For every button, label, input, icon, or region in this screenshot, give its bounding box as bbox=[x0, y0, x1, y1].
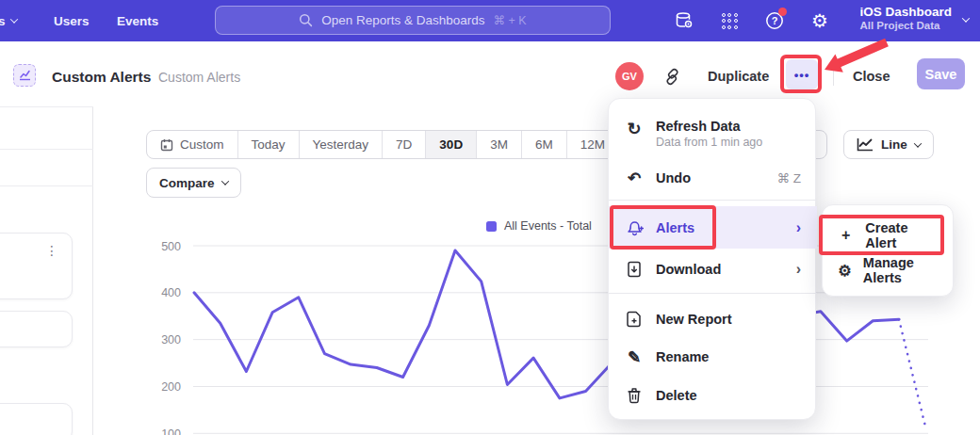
search-icon bbox=[299, 13, 313, 27]
project-scope: All Project Data bbox=[859, 20, 952, 31]
help-icon[interactable]: ? bbox=[764, 10, 785, 31]
app-root: 500400300200100 All Events - Total Custo… bbox=[0, 0, 980, 435]
gear-icon: ⚙ bbox=[838, 262, 852, 280]
line-chart-icon bbox=[857, 137, 874, 152]
avatar[interactable]: GV bbox=[615, 62, 644, 90]
header-divider bbox=[833, 64, 834, 86]
date-range-30d-selected[interactable]: 30D bbox=[425, 131, 476, 158]
notification-dot bbox=[778, 8, 787, 16]
chevron-down-icon bbox=[914, 139, 922, 147]
data-management-icon[interactable] bbox=[674, 10, 694, 31]
date-range-7d[interactable]: 7D bbox=[382, 131, 425, 158]
chart-type-button[interactable]: Line bbox=[843, 130, 934, 159]
search-placeholder: Open Reports & Dashboards bbox=[321, 13, 484, 27]
chevron-down-icon bbox=[962, 14, 970, 22]
nav-item-events[interactable]: Events bbox=[117, 0, 158, 41]
y-axis-tick: 300 bbox=[161, 333, 181, 346]
nav-item-users[interactable]: Users bbox=[54, 0, 90, 41]
report-card[interactable]: ⋮ bbox=[0, 233, 73, 299]
settings-gear-icon[interactable]: ⚙ bbox=[809, 10, 830, 31]
date-range-6m[interactable]: 6M bbox=[521, 131, 566, 158]
series-projected-line bbox=[899, 319, 925, 427]
chart-badge-icon bbox=[19, 70, 31, 81]
report-card[interactable] bbox=[0, 403, 73, 435]
menu-divider bbox=[609, 200, 817, 201]
date-range-custom[interactable]: Custom bbox=[147, 131, 237, 158]
svg-text:?: ? bbox=[772, 15, 778, 26]
sidebar-row-divider bbox=[0, 185, 93, 186]
legend-swatch bbox=[486, 221, 497, 232]
refresh-subtext: Data from 1 min ago bbox=[656, 136, 762, 149]
project-switcher[interactable]: iOS Dashboard All Project Data bbox=[859, 5, 952, 31]
sidebar-row-divider bbox=[0, 106, 93, 107]
plus-icon: + bbox=[838, 227, 854, 244]
chart-legend: All Events - Total bbox=[486, 219, 592, 233]
copy-link-icon[interactable] bbox=[663, 68, 681, 86]
menu-item-download[interactable]: Download › bbox=[609, 249, 817, 290]
save-button[interactable]: Save bbox=[917, 58, 965, 89]
more-actions-menu: ↻ Refresh Data Data from 1 min ago ↶ Und… bbox=[608, 98, 816, 420]
search-input[interactable]: Open Reports & Dashboards ⌘ + K bbox=[215, 6, 611, 35]
nav-item-partial[interactable]: s bbox=[0, 0, 17, 41]
menu-item-rename[interactable]: ✎ Rename bbox=[609, 338, 817, 376]
breadcrumb: Custom Alerts bbox=[158, 70, 240, 85]
sidebar: ⋮ bbox=[0, 99, 93, 435]
undo-shortcut: ⌘ Z bbox=[777, 170, 802, 185]
menu-divider bbox=[609, 293, 817, 294]
menu-item-alerts[interactable]: Alerts › bbox=[609, 206, 817, 249]
trash-icon bbox=[625, 387, 644, 404]
y-axis-tick: 400 bbox=[161, 286, 181, 299]
menu-item-refresh-data[interactable]: ↻ Refresh Data Data from 1 min ago bbox=[609, 108, 817, 159]
legend-label: All Events - Total bbox=[504, 219, 592, 233]
more-actions-button[interactable]: ••• bbox=[786, 59, 818, 89]
report-type-badge bbox=[13, 64, 36, 87]
bell-plus-icon bbox=[625, 219, 644, 236]
chevron-down-icon bbox=[220, 177, 228, 185]
download-icon bbox=[625, 261, 644, 278]
y-axis-tick: 100 bbox=[161, 427, 181, 435]
date-range-label: Custom bbox=[180, 137, 224, 152]
kebab-menu-icon[interactable]: ⋮ bbox=[45, 243, 58, 258]
menu-item-undo[interactable]: ↶ Undo ⌘ Z bbox=[609, 159, 817, 197]
date-range-3m[interactable]: 3M bbox=[476, 131, 521, 158]
sidebar-row-divider bbox=[0, 149, 93, 150]
y-axis-tick: 500 bbox=[161, 240, 181, 253]
compare-button[interactable]: Compare bbox=[146, 168, 241, 198]
chevron-down-icon bbox=[9, 15, 17, 23]
submenu-arrow-icon: › bbox=[796, 261, 801, 278]
report-header: Custom Alerts Custom Alerts GV Duplicate… bbox=[0, 41, 980, 99]
new-report-icon bbox=[625, 311, 644, 328]
submenu-item-create-alert[interactable]: + Create Alert bbox=[823, 218, 955, 253]
date-range-today[interactable]: Today bbox=[237, 131, 299, 158]
calendar-icon bbox=[160, 138, 173, 152]
duplicate-button[interactable]: Duplicate bbox=[708, 69, 769, 84]
pencil-icon: ✎ bbox=[625, 347, 644, 367]
close-button[interactable]: Close bbox=[853, 69, 890, 84]
undo-icon: ↶ bbox=[625, 169, 644, 188]
menu-item-new-report[interactable]: New Report bbox=[609, 300, 817, 338]
submenu-arrow-icon: › bbox=[796, 219, 801, 236]
sidebar-divider bbox=[92, 106, 93, 435]
page-title: Custom Alerts bbox=[52, 69, 151, 86]
date-range-control: Custom Today Yesterday 7D 30D 3M 6M 12M bbox=[146, 130, 619, 159]
top-nav: s Users Events Open Reports & Dashboards… bbox=[0, 0, 980, 41]
project-name: iOS Dashboard bbox=[859, 5, 952, 19]
refresh-icon: ↻ bbox=[625, 119, 644, 139]
report-card[interactable] bbox=[0, 311, 73, 347]
y-axis-tick: 200 bbox=[161, 380, 181, 394]
date-range-yesterday[interactable]: Yesterday bbox=[299, 131, 383, 158]
apps-grid-icon[interactable] bbox=[719, 10, 740, 31]
menu-item-delete[interactable]: Delete bbox=[609, 376, 817, 415]
submenu-item-manage-alerts[interactable]: ⚙ Manage Alerts bbox=[823, 252, 955, 288]
alerts-submenu: + Create Alert ⚙ Manage Alerts bbox=[822, 204, 954, 297]
search-shortcut: ⌘ + K bbox=[494, 13, 527, 27]
